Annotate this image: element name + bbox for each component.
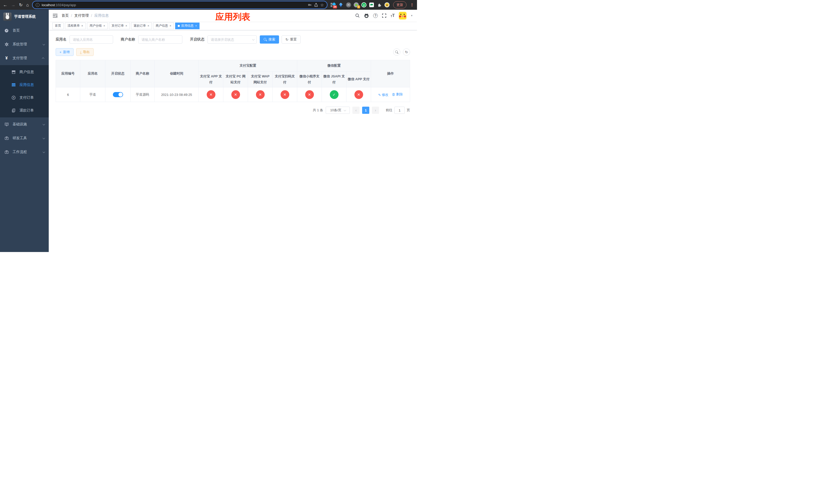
close-icon[interactable]: × bbox=[148, 24, 149, 27]
enable-status-select[interactable] bbox=[207, 36, 257, 44]
download-icon: ↓ bbox=[80, 50, 82, 54]
edit-button[interactable]: ✎修改 bbox=[378, 93, 389, 97]
ext-y-icon[interactable]: y bbox=[361, 2, 367, 7]
close-icon[interactable]: × bbox=[170, 24, 171, 27]
ext-pinned-icon[interactable]: 10 bbox=[331, 2, 336, 7]
sidebar-item-system[interactable]: 系统管理 bbox=[0, 38, 49, 51]
tab-user-group[interactable]: 用户分组× bbox=[87, 23, 108, 29]
ext-smiley-icon[interactable] bbox=[385, 2, 390, 7]
github-icon[interactable] bbox=[364, 13, 369, 18]
chevron-down-icon bbox=[43, 123, 45, 125]
back-icon[interactable]: ← bbox=[3, 3, 7, 7]
col-wechat-app: 微信 APP 支付 bbox=[347, 71, 371, 87]
font-size-icon[interactable]: TT bbox=[391, 14, 395, 18]
home-icon[interactable]: ⌂ bbox=[26, 3, 29, 7]
page-size-select[interactable]: 10条/页 bbox=[326, 107, 350, 114]
browser-update-button[interactable]: 更新 bbox=[393, 1, 407, 8]
site-info-icon[interactable]: i bbox=[36, 3, 40, 7]
search-icon bbox=[395, 50, 398, 54]
delete-button[interactable]: 删除 bbox=[392, 92, 403, 97]
sidebar-item-refund-order[interactable]: 退款订单 bbox=[0, 104, 49, 117]
password-key-icon[interactable] bbox=[308, 3, 312, 7]
search-icon bbox=[264, 38, 267, 41]
app-logo[interactable]: 芋道管理系统 bbox=[0, 10, 49, 24]
avatar-caret-icon[interactable]: ▼ bbox=[411, 14, 413, 17]
sidebar-item-app-info[interactable]: 应用信息 bbox=[0, 78, 49, 91]
close-icon[interactable]: × bbox=[126, 24, 127, 27]
sidebar-item-pay[interactable]: ¥ 支付管理 bbox=[0, 51, 49, 65]
goto-page-input[interactable] bbox=[394, 107, 405, 114]
col-enable-status: 开启状态 bbox=[105, 60, 131, 87]
close-icon[interactable]: × bbox=[81, 24, 83, 27]
next-page-button[interactable]: › bbox=[372, 107, 379, 114]
hamburger-icon[interactable] bbox=[53, 14, 58, 18]
sidebar-item-pay-order[interactable]: ¥ 支付订单 bbox=[0, 91, 49, 104]
tab-process-form[interactable]: 流程表单× bbox=[65, 23, 86, 29]
prev-page-button[interactable]: ‹ bbox=[352, 107, 359, 114]
sidebar-item-infra[interactable]: 基础设施 bbox=[0, 117, 49, 131]
ext-proxy-icon[interactable]: 1 bbox=[354, 2, 359, 7]
alipay-pc-status-icon: ✕ bbox=[231, 90, 240, 99]
pagination: 共 1 条 10条/页 ‹ 1 › 前往 页 bbox=[56, 107, 410, 114]
documents-icon bbox=[11, 109, 16, 113]
address-bar[interactable]: i localhost:1024/pay/app ☆ bbox=[32, 1, 327, 8]
merchant-name-input[interactable] bbox=[138, 36, 182, 44]
tab-home[interactable]: 首页 bbox=[52, 23, 64, 29]
tab-merchant-info[interactable]: 商户信息× bbox=[153, 23, 174, 29]
col-created: 创建时间 bbox=[155, 60, 199, 87]
tab-app-info[interactable]: 应用信息× bbox=[175, 23, 199, 29]
enable-status-label: 开启状态 bbox=[190, 37, 204, 42]
col-alipay-pc: 支付宝 PC 网站支付 bbox=[223, 71, 248, 87]
chevron-up-icon bbox=[42, 57, 44, 60]
share-icon[interactable] bbox=[314, 3, 318, 7]
breadcrumb-home[interactable]: 首页 bbox=[62, 13, 69, 18]
help-icon[interactable]: ? bbox=[373, 13, 378, 18]
col-alipay-app: 支付宝 APP 支付 bbox=[199, 71, 223, 87]
ext-chat-icon[interactable] bbox=[369, 2, 374, 7]
tab-refund-order[interactable]: 退款订单× bbox=[131, 23, 152, 29]
url-text[interactable]: localhost:1024/pay/app bbox=[42, 3, 305, 7]
toggle-search-button[interactable] bbox=[393, 48, 400, 55]
export-button[interactable]: ↓导出 bbox=[76, 48, 94, 56]
add-button[interactable]: +新增 bbox=[56, 48, 73, 56]
reload-icon[interactable]: ↻ bbox=[19, 3, 23, 7]
browser-menu-icon[interactable]: ⋮ bbox=[410, 3, 414, 7]
alipay-scan-status-icon: ✕ bbox=[281, 90, 289, 99]
reset-button[interactable]: ↻重置 bbox=[282, 36, 301, 44]
sidebar-item-merchant[interactable]: 商户信息 bbox=[0, 66, 49, 78]
sidebar-item-label: 应用信息 bbox=[20, 83, 34, 87]
refresh-table-button[interactable]: ↻ bbox=[403, 48, 410, 55]
bookmark-star-icon[interactable]: ☆ bbox=[320, 3, 324, 7]
sidebar-item-dev-tools[interactable]: 研发工具 bbox=[0, 131, 49, 145]
trash-icon bbox=[392, 93, 395, 96]
enable-status-value[interactable] bbox=[207, 36, 257, 44]
logo-image bbox=[3, 13, 12, 21]
tab-pay-order[interactable]: 支付订单× bbox=[109, 23, 130, 29]
enabled-switch[interactable] bbox=[113, 92, 123, 97]
forward-icon[interactable]: → bbox=[11, 3, 15, 7]
fullscreen-icon[interactable] bbox=[382, 13, 387, 18]
close-icon[interactable]: × bbox=[103, 24, 105, 27]
user-avatar[interactable] bbox=[399, 12, 407, 20]
app-name-input[interactable] bbox=[69, 36, 113, 44]
shop-icon bbox=[11, 70, 16, 74]
sidebar-item-home[interactable]: 首页 bbox=[0, 24, 49, 38]
total-count: 共 1 条 bbox=[313, 108, 323, 113]
sidebar-item-label: 支付订单 bbox=[20, 95, 34, 100]
header-search-icon[interactable] bbox=[355, 13, 360, 18]
page-1-button[interactable]: 1 bbox=[362, 107, 369, 114]
extensions-puzzle-icon[interactable] bbox=[377, 2, 382, 7]
col-alipay-wap: 支付宝 WAP 网站支付 bbox=[248, 71, 272, 87]
search-button[interactable]: 搜索 bbox=[260, 36, 279, 44]
pencil-icon: ✎ bbox=[378, 93, 381, 97]
briefcase-icon bbox=[4, 150, 9, 154]
close-icon[interactable]: × bbox=[195, 24, 197, 27]
breadcrumb-pay[interactable]: 支付管理 bbox=[74, 13, 89, 18]
ext-gem-icon[interactable] bbox=[338, 2, 344, 7]
ext-command-icon[interactable]: ⌘ bbox=[346, 2, 351, 7]
breadcrumb: 首页 / 支付管理 / 应用信息 bbox=[62, 13, 109, 18]
merchant-name-label: 商户名称 bbox=[121, 37, 135, 42]
tags-view: 首页 流程表单× 用户分组× 支付订单× 退款订单× 商户信息× 应用信息× bbox=[49, 22, 417, 30]
sidebar-item-workflow[interactable]: 工作流程 bbox=[0, 145, 49, 159]
search-form: 应用名 商户名称 开启状态 搜索 ↻重置 bbox=[56, 36, 410, 44]
